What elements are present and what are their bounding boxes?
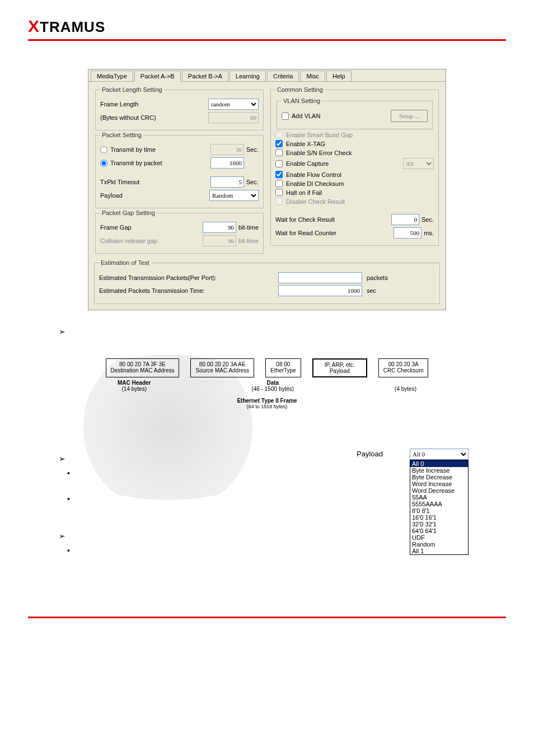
tab-packet-ba[interactable]: Packet B->A — [182, 71, 228, 81]
transmit-packet-input[interactable] — [210, 157, 244, 169]
c8-label: Disable Check Result — [286, 198, 345, 205]
c3-label: Enable S/N Error Check — [286, 150, 352, 156]
c6-label: Enable DI Checksum — [286, 180, 344, 187]
est-time-label: Estimated Packets Transmission Time: — [99, 287, 245, 294]
wait-check-result-label: Wait for Check Result — [275, 216, 391, 223]
collision-gap-input — [203, 235, 236, 246]
vlan-setting: VLAN Setting Add VLAN Setup ... — [277, 97, 433, 129]
packet-gap-setting: Packet Gap Setting Frame Gap bit-time Co… — [95, 209, 264, 254]
tab-learning[interactable]: Learning — [229, 71, 266, 81]
frame-length-label: Frame Length — [100, 101, 208, 108]
common-setting: Common Setting VLAN Setting Add VLAN Set… — [270, 86, 439, 246]
ms-unit: ms. — [424, 230, 434, 236]
halt-on-fail-checkbox[interactable] — [275, 189, 283, 196]
bittime-unit-2: bit-time — [238, 237, 259, 244]
tab-misc[interactable]: Misc — [300, 71, 325, 81]
est-time-input[interactable] — [278, 285, 362, 296]
vlan-legend: VLAN Setting — [282, 97, 322, 104]
ethernet-frame-diagram: 80 00 20 7A 3F 3EDestination MAC Address… — [65, 358, 469, 409]
c2-label: Enable X-TAG — [286, 141, 325, 147]
tab-packet-ab[interactable]: Packet A->B — [134, 71, 181, 82]
c7-label: Halt on if Fail — [286, 189, 322, 196]
wait-read-counter-input[interactable] — [394, 227, 421, 239]
bullet-1: • — [67, 469, 506, 478]
sec-unit-2: Sec. — [246, 179, 259, 185]
frame-length-select[interactable]: random — [208, 99, 259, 110]
transmit-by-packet-label: Transmit by packet — [110, 160, 210, 166]
payload-select[interactable]: Random — [209, 190, 259, 201]
enable-smart-burst-gap-checkbox — [275, 131, 283, 138]
add-vlan-label: Add VLAN — [292, 113, 391, 119]
footer-divider — [28, 617, 506, 618]
settings-dialog: MediaType Packet A->B Packet B->A Learni… — [88, 69, 446, 310]
bullet-3: • — [67, 546, 506, 555]
est-packets-label: Estimated Transmission Packets(Per Port)… — [99, 274, 245, 281]
arrow-bullet-2: ➢ — [59, 454, 506, 463]
enable-xtag-checkbox[interactable] — [275, 140, 283, 147]
est-packets-input[interactable] — [278, 272, 362, 283]
dest-mac-box: 80 00 20 7A 3F 3EDestination MAC Address — [106, 358, 180, 377]
mac-header-sub: MAC Header(14 bytes) — [118, 380, 151, 392]
bytes-no-crc-input — [208, 112, 259, 123]
estimation-of-test: Estimation of Test Estimated Transmissio… — [94, 259, 440, 304]
arrow-bullet: ➢ — [59, 327, 506, 336]
payload-label: Payload — [100, 192, 209, 199]
wait-read-counter-label: Wait for Read Counter — [275, 230, 394, 236]
src-mac-box: 80 00 20 20 3A AESource MAC Address — [190, 358, 254, 377]
vlan-setup-button: Setup ... — [391, 110, 428, 122]
enable-di-checksum-checkbox[interactable] — [275, 180, 283, 187]
crc-sub: (4 bytes) — [395, 380, 416, 392]
capture-select: All — [403, 158, 434, 169]
bytes-no-crc-label: (Bytes without CRC) — [100, 114, 208, 121]
sec-unit: Sec. — [246, 146, 259, 153]
transmit-by-time-radio[interactable] — [100, 146, 107, 153]
c1-label: Enable Smart Burst Gap — [286, 132, 353, 138]
tab-bar: MediaType Packet A->B Packet B->A Learni… — [88, 69, 446, 82]
pls-legend: Packet Length Setting — [100, 86, 164, 93]
sec-unit-4: sec — [367, 287, 376, 294]
disable-check-result-checkbox — [275, 198, 283, 205]
packet-setting: Packet Setting Transmit by time Sec. Tra… — [95, 132, 264, 208]
add-vlan-checkbox[interactable] — [282, 113, 289, 120]
c5-label: Enable Flow Control — [286, 171, 341, 178]
txpkt-timeout-input[interactable] — [210, 176, 244, 188]
bullet-2: • — [67, 494, 506, 503]
enable-capture-checkbox[interactable] — [275, 160, 283, 167]
frame-gap-input[interactable] — [203, 222, 236, 233]
frame-caption: Ethernet Type II Frame (64 to 1518 bytes… — [65, 398, 469, 409]
crc-box: 00 20 20 3ACRC Checksum — [378, 358, 429, 377]
arrow-bullet-3: ➢ — [59, 531, 506, 540]
ps-legend: Packet Setting — [100, 132, 143, 138]
transmit-by-time-label: Transmit by time — [110, 146, 210, 153]
collision-gap-label: Collision release gap — [100, 237, 203, 244]
tab-help[interactable]: Help — [326, 71, 352, 81]
bittime-unit: bit-time — [238, 224, 259, 231]
tab-mediatype[interactable]: MediaType — [91, 71, 133, 81]
cs-legend: Common Setting — [275, 86, 325, 93]
tab-criteria[interactable]: Criteria — [267, 71, 299, 81]
brand-logo: XTRAMUS — [28, 17, 506, 36]
data-sub: Data(46 - 1500 bytes) — [251, 380, 294, 392]
payload-box: IP, ARP, etc.Payload — [312, 358, 367, 377]
ethertype-box: 08 00EtherType — [265, 358, 301, 377]
enable-flow-control-checkbox[interactable] — [275, 171, 283, 178]
packets-unit: packets — [367, 274, 388, 281]
txpkt-timeout-label: TxPkt Timeout — [100, 179, 210, 185]
frame-gap-label: Frame Gap — [100, 224, 203, 231]
enable-sn-error-checkbox[interactable] — [275, 149, 283, 156]
packet-length-setting: Packet Length Setting Frame Length rando… — [95, 86, 264, 130]
est-legend: Estimation of Test — [99, 259, 151, 266]
transmit-by-packet-radio[interactable] — [100, 160, 107, 167]
sec-unit-3: Sec. — [421, 216, 434, 223]
wait-check-result-input[interactable] — [391, 214, 419, 225]
transmit-time-input — [210, 144, 244, 155]
c4-label: Enable Capture — [286, 160, 403, 167]
pgs-legend: Packet Gap Setting — [100, 209, 157, 216]
